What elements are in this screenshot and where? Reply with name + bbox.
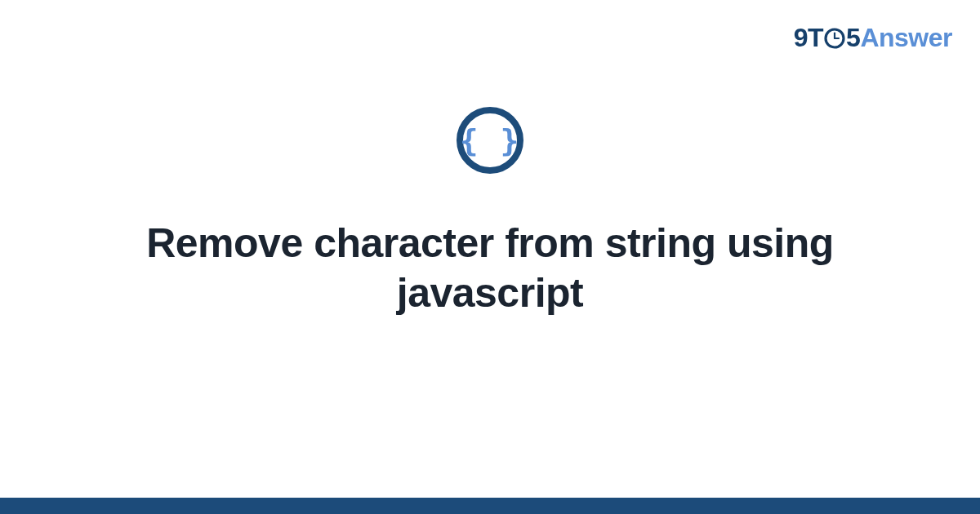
brand-text-9t: 9T [794,23,823,53]
brand-text-answer: Answer [860,23,952,53]
footer-bar [0,498,980,514]
page: 9T 5 Answer { } Remove character from st… [0,0,980,514]
page-title: Remove character from string using javas… [98,219,882,318]
code-braces-icon: { } [456,106,524,178]
hero-section: { } Remove character from string using j… [0,106,980,318]
clock-icon [824,28,845,49]
site-logo: 9T 5 Answer [794,23,952,53]
svg-text:{ }: { } [460,122,521,158]
brand-text-5: 5 [846,23,860,53]
